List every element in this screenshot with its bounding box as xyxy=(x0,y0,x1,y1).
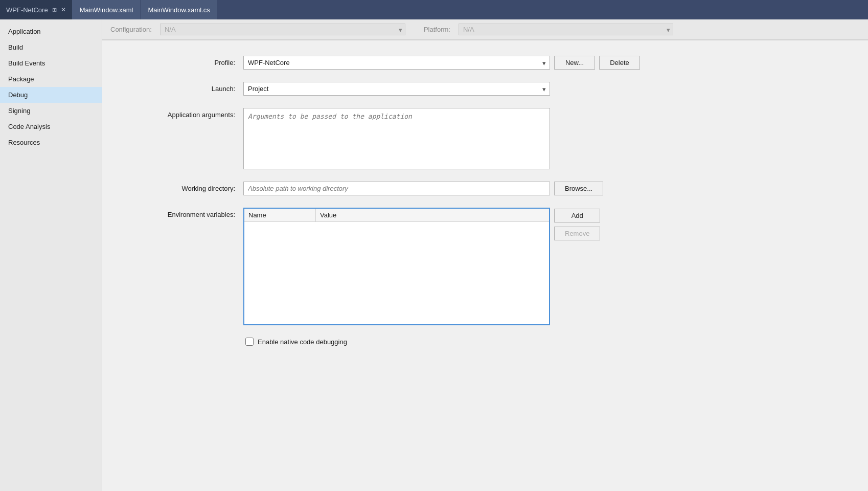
project-tab[interactable]: WPF-NetCore ⊞ ✕ xyxy=(0,0,73,19)
config-bar: Configuration: N/A Platform: N/A xyxy=(102,19,868,40)
title-bar: WPF-NetCore ⊞ ✕ MainWindow.xaml MainWind… xyxy=(0,0,868,19)
remove-button[interactable]: Remove xyxy=(554,227,600,240)
profile-row: Profile: WPF-NetCore New... Delete xyxy=(123,56,848,70)
launch-dropdown-wrapper: Project xyxy=(243,82,550,96)
launch-select[interactable]: Project xyxy=(243,82,550,96)
launch-control-area: Project xyxy=(243,82,848,96)
working-directory-control-area: Browse... xyxy=(243,182,848,195)
profile-dropdown-wrapper: WPF-NetCore xyxy=(243,56,550,70)
configuration-label: Configuration: xyxy=(110,26,152,33)
sidebar-item-build[interactable]: Build xyxy=(0,39,102,55)
profile-select[interactable]: WPF-NetCore xyxy=(243,56,550,70)
add-button[interactable]: Add xyxy=(554,209,600,222)
platform-select-wrapper: N/A xyxy=(459,24,673,35)
working-directory-row: Working directory: Browse... xyxy=(123,182,848,195)
app-arguments-control-area xyxy=(243,108,848,169)
environment-variables-row: Environment variables: Name Value Add Re… xyxy=(123,208,848,325)
environment-variables-table: Name Value xyxy=(243,208,550,325)
working-directory-label: Working directory: xyxy=(123,182,235,192)
native-debugging-checkbox[interactable] xyxy=(245,338,254,346)
project-tab-label: WPF-NetCore xyxy=(6,6,48,14)
profile-label: Profile: xyxy=(123,56,235,66)
main-layout: Application Build Build Events Package D… xyxy=(0,19,868,491)
sidebar-item-signing[interactable]: Signing xyxy=(0,103,102,119)
sidebar-item-package[interactable]: Package xyxy=(0,71,102,87)
env-col-value-header: Value xyxy=(316,209,549,221)
working-directory-input[interactable] xyxy=(243,182,550,195)
environment-variables-label: Environment variables: xyxy=(123,208,235,218)
form-area: Profile: WPF-NetCore New... Delete Launc… xyxy=(102,40,868,361)
browse-button[interactable]: Browse... xyxy=(554,182,603,195)
close-icon[interactable]: ✕ xyxy=(61,6,66,13)
platform-label: Platform: xyxy=(424,26,450,33)
profile-control-area: WPF-NetCore New... Delete xyxy=(243,56,848,70)
sidebar-item-code-analysis[interactable]: Code Analysis xyxy=(0,119,102,135)
env-table-header: Name Value xyxy=(244,209,549,222)
sidebar-item-build-events[interactable]: Build Events xyxy=(0,55,102,71)
sidebar-item-resources[interactable]: Resources xyxy=(0,135,102,150)
env-table-body[interactable] xyxy=(244,222,549,324)
launch-row: Launch: Project xyxy=(123,82,848,96)
app-arguments-label: Application arguments: xyxy=(123,108,235,119)
launch-label: Launch: xyxy=(123,82,235,93)
native-debugging-label[interactable]: Enable native code debugging xyxy=(258,338,347,346)
environment-variables-control-area: Name Value Add Remove xyxy=(243,208,848,325)
sidebar-item-application[interactable]: Application xyxy=(0,24,102,39)
new-button[interactable]: New... xyxy=(554,56,595,70)
content-area: Configuration: N/A Platform: N/A Profile… xyxy=(102,19,868,491)
configuration-select-wrapper: N/A xyxy=(160,24,405,35)
env-buttons: Add Remove xyxy=(554,208,600,240)
configuration-select[interactable]: N/A xyxy=(160,24,405,35)
native-debugging-row: Enable native code debugging xyxy=(245,338,848,346)
env-col-name-header: Name xyxy=(244,209,316,221)
platform-select[interactable]: N/A xyxy=(459,24,673,35)
sidebar: Application Build Build Events Package D… xyxy=(0,19,102,491)
pin-icon[interactable]: ⊞ xyxy=(52,7,57,13)
app-arguments-input[interactable] xyxy=(243,108,550,169)
app-arguments-row: Application arguments: xyxy=(123,108,848,169)
sidebar-item-debug[interactable]: Debug xyxy=(0,87,102,103)
tab-mainwindow-xaml-cs[interactable]: MainWindow.xaml.cs xyxy=(141,0,217,19)
tab-mainwindow-xaml[interactable]: MainWindow.xaml xyxy=(73,0,141,19)
delete-button[interactable]: Delete xyxy=(599,56,640,70)
